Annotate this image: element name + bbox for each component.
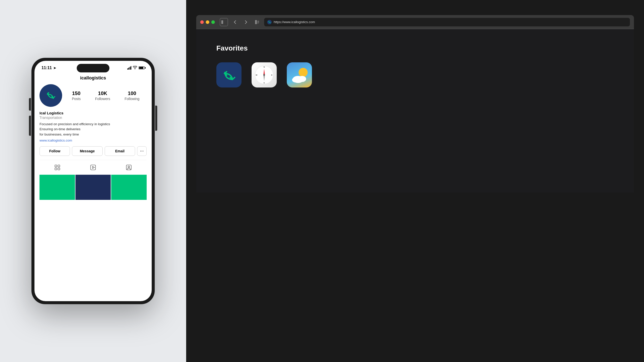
- profile-bio: Focused on precision and efficiency in l…: [39, 122, 147, 137]
- signal-icon: [127, 66, 132, 70]
- dynamic-island: [77, 64, 109, 72]
- profile-tabs: [39, 160, 147, 173]
- photo-grid: [39, 175, 147, 200]
- battery-icon: [139, 66, 145, 69]
- close-button[interactable]: [200, 20, 204, 24]
- svg-text:W: W: [256, 74, 257, 76]
- browser-toolbar: https://www.icallogistics.com: [196, 15, 634, 29]
- followers-stat[interactable]: 10K Followers: [95, 90, 110, 101]
- favorite-icon-ical: [216, 62, 242, 87]
- favorite-item-ical[interactable]: [216, 62, 242, 87]
- maximize-button[interactable]: [211, 20, 215, 24]
- svg-text:N: N: [263, 66, 265, 68]
- photo-cell-2: [75, 175, 111, 200]
- address-bar[interactable]: https://www.icallogistics.com: [264, 18, 630, 26]
- favorites-grid: N S E W: [216, 62, 614, 87]
- action-buttons: Follow Message Email: [39, 146, 147, 156]
- minimize-button[interactable]: [206, 20, 209, 24]
- svg-marker-6: [93, 166, 95, 168]
- followers-count: 10K: [98, 90, 107, 96]
- profile-username: icallogistics: [39, 73, 147, 84]
- address-text: https://www.icallogistics.com: [274, 20, 315, 24]
- svg-point-24: [298, 76, 306, 82]
- tagged-tab[interactable]: [111, 162, 147, 173]
- svg-rect-11: [257, 22, 259, 22]
- photo-cell-1: [39, 175, 75, 200]
- profile-avatar: [39, 84, 62, 107]
- profile-name: Ical Logistics: [39, 111, 147, 115]
- photo-cell-3: [111, 175, 147, 200]
- wifi-icon: [133, 66, 137, 70]
- followers-label: Followers: [95, 97, 110, 101]
- location-icon: ➤: [53, 66, 56, 70]
- browser-content: Favorites: [196, 29, 634, 193]
- sidebar-toggle-icon: [221, 20, 226, 24]
- svg-point-8: [128, 166, 130, 168]
- svg-point-25: [292, 77, 299, 82]
- status-icons: [127, 66, 145, 70]
- svg-rect-3: [55, 168, 57, 170]
- following-count: 100: [128, 90, 136, 96]
- profile-category: Transportation: [39, 116, 147, 120]
- profile-content: icallogistics: [34, 73, 152, 301]
- posts-label: Posts: [72, 97, 81, 101]
- left-panel: 11:11 ➤: [0, 0, 186, 362]
- svg-rect-9: [255, 20, 257, 24]
- status-bar: 11:11 ➤: [34, 61, 152, 73]
- profile-stats-row: 150 Posts 10K Followers 100 Following: [39, 84, 147, 107]
- phone-frame: 11:11 ➤: [31, 58, 155, 304]
- svg-text:S: S: [264, 82, 265, 84]
- posts-stat[interactable]: 150 Posts: [72, 90, 81, 101]
- message-button[interactable]: Message: [72, 146, 102, 156]
- grid-tab[interactable]: [39, 162, 75, 173]
- phone-screen: 11:11 ➤: [34, 61, 152, 301]
- favorite-item-safari[interactable]: N S E W: [252, 62, 277, 87]
- site-favicon: [267, 20, 272, 24]
- svg-rect-2: [58, 165, 60, 167]
- stats-container: 150 Posts 10K Followers 100 Following: [65, 90, 147, 101]
- favorites-title: Favorites: [216, 44, 614, 52]
- right-panel: https://www.icallogistics.com Favorites: [186, 0, 644, 362]
- browser-window: https://www.icallogistics.com Favorites: [196, 15, 634, 193]
- svg-point-0: [135, 68, 135, 69]
- favorite-icon-weather: [287, 62, 312, 87]
- svg-rect-12: [257, 23, 259, 23]
- svg-rect-1: [55, 165, 57, 167]
- follow-button[interactable]: Follow: [39, 146, 70, 156]
- svg-text:E: E: [271, 74, 272, 76]
- power-button: [155, 106, 157, 131]
- profile-website[interactable]: www.icallogistics.com: [39, 139, 147, 142]
- svg-point-22: [299, 68, 308, 77]
- back-button[interactable]: [231, 18, 239, 26]
- traffic-lights: [200, 20, 215, 24]
- reels-tab[interactable]: [75, 162, 111, 173]
- svg-rect-4: [58, 168, 60, 170]
- svg-point-21: [263, 74, 265, 76]
- following-stat[interactable]: 100 Following: [125, 90, 139, 101]
- more-options-button[interactable]: [137, 146, 147, 156]
- following-label: Following: [125, 97, 139, 101]
- forward-button[interactable]: [242, 18, 250, 26]
- email-button[interactable]: Email: [105, 146, 135, 156]
- favorite-icon-safari: N S E W: [252, 62, 277, 87]
- svg-rect-10: [257, 21, 259, 21]
- posts-count: 150: [72, 90, 80, 96]
- favorite-item-weather[interactable]: [287, 62, 312, 87]
- sidebar-toggle-button[interactable]: [220, 18, 228, 26]
- reader-view-button[interactable]: [253, 18, 261, 26]
- status-time: 11:11 ➤: [42, 66, 56, 70]
